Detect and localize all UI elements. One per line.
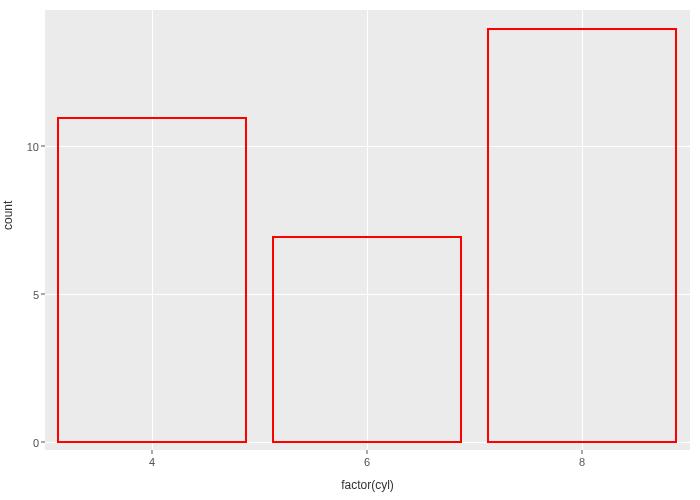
x-tick-8: 8 — [579, 456, 585, 468]
x-axis: 4 6 8 — [45, 450, 690, 480]
y-axis-label: count — [1, 201, 15, 230]
y-tick-0: 0 — [33, 437, 39, 449]
plot-panel — [45, 10, 690, 450]
y-tick-10: 10 — [27, 141, 39, 153]
bar-8 — [487, 28, 677, 443]
x-tick-4: 4 — [149, 456, 155, 468]
bar-6 — [272, 236, 462, 443]
y-axis: 0 5 10 — [0, 10, 45, 450]
x-axis-label: factor(cyl) — [45, 478, 690, 492]
bar-4 — [57, 117, 247, 443]
x-tick-6: 6 — [364, 456, 370, 468]
y-tick-5: 5 — [33, 289, 39, 301]
